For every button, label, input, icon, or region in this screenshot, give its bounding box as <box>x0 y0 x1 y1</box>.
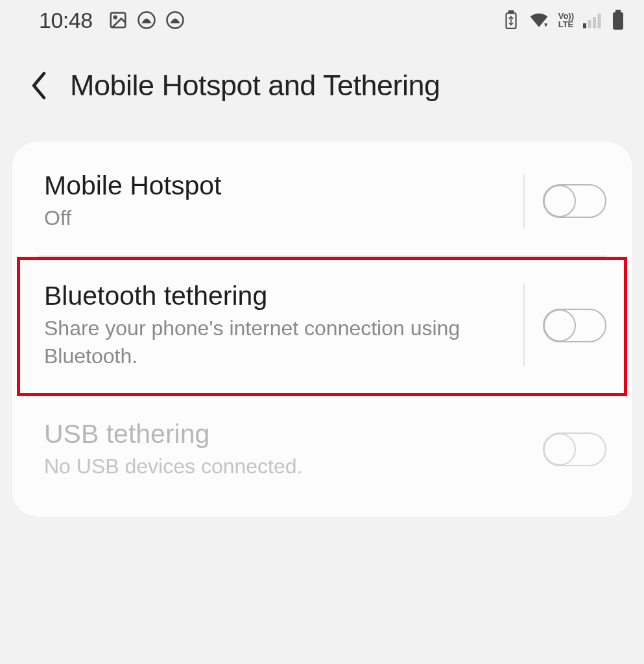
vertical-divider <box>523 174 525 228</box>
volte-icon: Vo)) LTE <box>558 12 574 29</box>
settings-card: Mobile Hotspot Off Bluetooth tethering S… <box>12 141 632 517</box>
back-button[interactable] <box>23 70 54 101</box>
row-bluetooth-tethering-wrap: Bluetooth tethering Share your phone's i… <box>12 261 632 390</box>
row-bluetooth-tethering[interactable]: Bluetooth tethering Share your phone's i… <box>12 261 632 390</box>
row-title: Mobile Hotspot <box>44 170 505 202</box>
svg-rect-10 <box>615 10 621 12</box>
toggle-bluetooth-tethering[interactable] <box>543 309 606 342</box>
row-text: Bluetooth tethering Share your phone's i… <box>44 280 505 371</box>
recycle-battery-icon <box>503 10 519 30</box>
battery-icon <box>612 10 625 30</box>
app-icon-2 <box>165 10 185 30</box>
row-subtitle: Off <box>44 204 505 232</box>
divider <box>38 394 606 395</box>
row-subtitle: No USB devices connected. <box>44 453 529 480</box>
svg-rect-6 <box>583 23 586 29</box>
row-mobile-hotspot[interactable]: Mobile Hotspot Off <box>12 150 632 252</box>
page-title: Mobile Hotspot and Tethering <box>70 69 440 102</box>
toggle-mobile-hotspot[interactable] <box>543 184 606 218</box>
status-left: 10:48 <box>39 8 185 33</box>
svg-rect-11 <box>613 12 623 30</box>
row-title: Bluetooth tethering <box>44 280 505 312</box>
row-usb-tethering: USB tethering No USB devices connected. <box>12 399 632 500</box>
app-icon-1 <box>137 10 156 30</box>
wifi-icon <box>529 11 549 29</box>
chevron-left-icon <box>29 71 49 100</box>
row-title: USB tethering <box>44 418 529 450</box>
signal-icon <box>583 12 602 29</box>
toggle-usb-tethering <box>543 433 606 466</box>
svg-rect-5 <box>508 11 512 13</box>
status-right: Vo)) LTE <box>503 10 625 30</box>
svg-rect-9 <box>598 14 601 29</box>
image-icon <box>108 10 128 30</box>
row-text: USB tethering No USB devices connected. <box>44 418 529 480</box>
svg-point-1 <box>113 16 116 19</box>
svg-rect-7 <box>588 20 591 29</box>
status-time: 10:48 <box>39 8 93 33</box>
status-bar: 10:48 Vo)) LTE <box>0 0 644 38</box>
title-bar: Mobile Hotspot and Tethering <box>0 38 644 123</box>
svg-rect-8 <box>593 17 596 29</box>
row-subtitle: Share your phone's internet connection u… <box>44 314 505 370</box>
divider <box>38 255 606 257</box>
row-text: Mobile Hotspot Off <box>44 170 505 232</box>
vertical-divider <box>523 284 525 367</box>
